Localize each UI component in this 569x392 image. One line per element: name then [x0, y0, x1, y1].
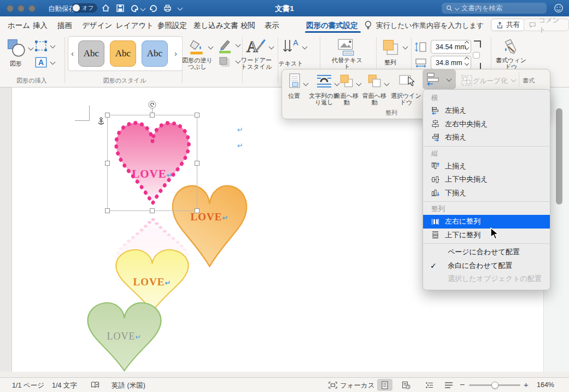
search-input[interactable]: 文書内を検索 [442, 3, 547, 14]
resize-handle-bottom-right[interactable] [195, 208, 200, 213]
edit-shape-icon[interactable] [34, 39, 48, 52]
search-scope-chevron-icon [455, 6, 459, 10]
resize-handle-middle-right[interactable] [195, 161, 200, 166]
yellow-heart-text[interactable]: LOVE↵ [108, 276, 197, 288]
web-layout-view-icon[interactable] [402, 381, 410, 389]
draft-view-icon[interactable] [444, 382, 453, 389]
green-heart-text[interactable]: LOVE↵ [79, 331, 169, 342]
menu-item-align-to-margin[interactable]: ✓余白に合わせて配置 [423, 259, 550, 273]
resize-handle-bottom-left[interactable] [105, 208, 110, 213]
menu-separator [423, 243, 550, 244]
shape-fill-chevron-icon[interactable] [208, 44, 214, 50]
group-chevron-icon [511, 77, 517, 83]
lock-aspect-checkbox[interactable] [473, 52, 480, 58]
zoom-in-button[interactable]: + [524, 380, 529, 389]
menu-item-align-bottom[interactable]: 下揃え [423, 186, 550, 200]
zoom-slider-thumb[interactable] [491, 382, 498, 389]
tab-home[interactable]: ホーム [8, 21, 30, 31]
shape-fill-icon[interactable] [188, 38, 206, 55]
resize-handle-middle-left[interactable] [105, 161, 110, 166]
tab-view[interactable]: 表示 [265, 21, 279, 31]
page-count[interactable]: 1/1 ページ [12, 381, 44, 390]
insert-shape-icon[interactable] [7, 38, 26, 58]
resize-handle-top-left[interactable] [105, 113, 110, 118]
language-indicator[interactable]: 英語 (米国) [112, 381, 145, 390]
position-icon[interactable] [289, 73, 301, 89]
position-chevron-icon[interactable] [303, 81, 309, 86]
alt-text-icon[interactable] [337, 38, 356, 56]
comments-button[interactable]: コメント [524, 19, 569, 31]
tab-design[interactable]: デザイン [82, 21, 112, 31]
tab-draw[interactable]: 描画 [57, 21, 72, 31]
zoom-percentage[interactable]: 164% [537, 381, 554, 389]
format-pane-icon[interactable] [502, 38, 519, 55]
tab-review[interactable]: 校閲 [240, 21, 255, 31]
text-box-icon[interactable]: A [34, 56, 48, 69]
text-direction-icon[interactable]: A [281, 38, 300, 56]
height-stepper[interactable] [465, 42, 468, 49]
align-middle-icon [431, 175, 439, 184]
print-layout-view-icon[interactable] [381, 381, 389, 389]
send-back-icon[interactable] [367, 73, 382, 89]
wordart-icon[interactable]: A [246, 37, 267, 56]
resize-handle-top-middle[interactable] [150, 113, 155, 118]
check-icon: ✓ [430, 261, 437, 270]
insert-shape-chevron-icon[interactable] [28, 45, 34, 51]
menu-section-header: 横 [423, 92, 550, 104]
bring-front-icon[interactable] [339, 73, 354, 89]
shape-height-field[interactable]: 34.54 mm [431, 40, 471, 54]
focus-button[interactable]: フォーカス [340, 381, 375, 390]
menu-item-align-middle[interactable]: 上下中央揃え [423, 173, 550, 186]
menu-item-distribute-vertically[interactable]: 上下に整列 [423, 229, 550, 242]
width-stepper[interactable] [465, 57, 468, 65]
menu-item-align-to-page[interactable]: ページに合わせて配置 [423, 245, 550, 259]
gallery-prev-icon[interactable]: ‹ [71, 49, 74, 58]
margin-corner-mark [75, 106, 90, 121]
shape-effects-icon[interactable] [218, 56, 232, 69]
shape-outline-chevron-icon[interactable] [236, 42, 241, 48]
share-button[interactable]: 共有 [491, 19, 525, 31]
wordart-chevron-icon[interactable] [269, 44, 274, 50]
tab-layout[interactable]: レイアウト [116, 21, 154, 31]
tell-me-text[interactable]: 実行したい作業内容を入力します [376, 21, 484, 31]
proofing-icon[interactable] [91, 381, 99, 389]
rotation-handle[interactable] [148, 101, 156, 109]
text-box-chevron-icon[interactable] [50, 60, 56, 65]
gallery-next-icon[interactable]: › [174, 49, 177, 58]
resize-handle-bottom-middle[interactable] [150, 208, 155, 213]
resize-handle-top-right[interactable] [195, 113, 200, 118]
send-back-chevron-icon[interactable] [384, 81, 390, 86]
menu-item-align-center[interactable]: 左右中央揃え [423, 118, 550, 131]
zoom-out-button[interactable]: − [460, 380, 465, 390]
menu-item-distribute-horizontally[interactable]: 左右に整列 [423, 215, 550, 229]
shape-style-chip-orange[interactable]: Abc [110, 40, 136, 67]
feedback-smiley-icon[interactable] [554, 3, 564, 13]
menu-item-align-top[interactable]: 上揃え [423, 160, 550, 173]
align-chevron-icon [447, 77, 452, 82]
vertical-scrollbar[interactable] [556, 108, 562, 204]
shape-style-chip-blue[interactable]: Abc [142, 40, 168, 67]
tab-insert[interactable]: 挿入 [33, 21, 48, 31]
edit-shape-chevron-icon[interactable] [50, 43, 56, 49]
distribute-horizontal-icon [431, 218, 439, 226]
arrange-button-icon[interactable] [382, 38, 400, 56]
selection-pane-icon[interactable] [398, 73, 416, 89]
tab-shape-format[interactable]: 図形の書式設定 [306, 21, 358, 31]
arrange-chevron-icon[interactable] [403, 44, 408, 50]
bring-front-chevron-icon[interactable] [356, 81, 362, 86]
word-count[interactable]: 1/4 文字 [52, 381, 77, 390]
focus-icon [329, 382, 337, 389]
shape-width-field[interactable]: 34.8 mm [431, 56, 471, 69]
align-button-pressed[interactable] [423, 69, 456, 89]
menu-item-align-left[interactable]: 左揃え [423, 104, 550, 118]
shape-style-chip-gray[interactable]: Abc [78, 40, 104, 67]
shape-outline-icon[interactable] [218, 38, 233, 54]
text-direction-chevron-icon[interactable] [302, 44, 308, 50]
wrap-text-icon[interactable] [316, 74, 332, 88]
tab-references[interactable]: 参照設定 [157, 21, 187, 31]
menu-item-align-right[interactable]: 右揃え [423, 131, 550, 144]
tell-me-lightbulb-icon[interactable] [364, 20, 372, 31]
outline-view-icon[interactable] [425, 382, 434, 389]
tab-mailings[interactable]: 差し込み文書 [193, 21, 238, 31]
menu-separator [423, 201, 550, 202]
